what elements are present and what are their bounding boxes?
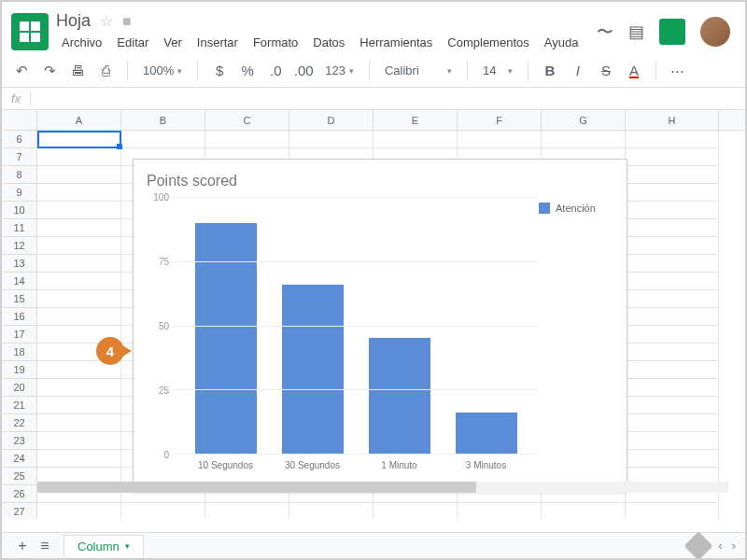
scroll-right-button[interactable]: › [732,539,736,553]
chart-bar [369,338,430,454]
menu-complementos[interactable]: Complementos [442,33,534,52]
text-color-button[interactable]: A [624,61,644,81]
title-bar: Hoja ☆ ■ Archivo Editar Ver Insertar For… [2,2,745,54]
print-button[interactable]: 🖶 [67,61,88,81]
row-header-25[interactable]: 25 [2,468,36,485]
comment-icon[interactable]: ▤ [628,21,644,42]
share-button[interactable] [659,19,685,45]
row-headers: 6789101112131415161718192021222324252627 [2,131,37,519]
formula-bar[interactable]: fx [2,88,745,110]
col-header-A[interactable]: A [37,110,121,130]
font-select[interactable]: Calibri▾ [381,63,456,77]
menu-formato[interactable]: Formato [247,33,303,52]
row-header-11[interactable]: 11 [2,219,36,237]
chart-bar [282,285,344,455]
row-header-9[interactable]: 9 [2,184,36,202]
zoom-select[interactable]: 100%▾ [139,63,186,77]
explore-button[interactable] [684,531,713,560]
more-button[interactable]: ⋯ [668,61,688,81]
chart-plot: 0255075100 10 Segundos30 Segundos1 Minut… [147,197,539,477]
row-header-12[interactable]: 12 [2,237,36,255]
horizontal-scrollbar[interactable] [37,482,728,493]
doc-title[interactable]: Hoja [56,11,91,31]
row-header-20[interactable]: 20 [2,379,36,397]
menu-insertar[interactable]: Insertar [191,33,244,52]
number-format-select[interactable]: 123▾ [321,63,358,77]
avatar[interactable] [700,17,730,47]
col-header-D[interactable]: D [289,110,374,130]
chart-bar [195,223,257,455]
paint-format-button[interactable]: ⎙ [95,61,116,81]
row-header-22[interactable]: 22 [2,414,36,432]
row-header-15[interactable]: 15 [2,290,36,308]
undo-button[interactable]: ↶ [11,61,32,81]
col-header-F[interactable]: F [458,110,542,130]
activity-icon[interactable]: 〜 [597,21,613,43]
menu-archivo[interactable]: Archivo [56,33,107,52]
row-header-27[interactable]: 27 [2,503,36,519]
italic-button[interactable]: I [568,61,588,81]
row-header-21[interactable]: 21 [2,397,36,414]
toolbar: ↶ ↷ 🖶 ⎙ 100%▾ $ % .0 .00 123▾ Calibri▾ 1… [2,54,745,88]
percent-button[interactable]: % [237,61,258,81]
legend-label: Atención [556,203,596,214]
col-header-E[interactable]: E [374,110,458,130]
bold-button[interactable]: B [540,61,560,81]
row-header-23[interactable]: 23 [2,432,36,450]
row-header-10[interactable]: 10 [2,202,36,219]
chart-title: Points scored [147,173,613,189]
select-all-corner[interactable] [2,110,37,130]
col-header-G[interactable]: G [542,110,626,130]
menu-bar: Archivo Editar Ver Insertar Formato Dato… [56,33,597,52]
chart-legend: Atención [539,197,613,477]
sheets-logo[interactable] [11,13,49,50]
spreadsheet-grid[interactable]: ABCDEFGH 6789101112131415161718192021222… [2,110,745,519]
row-header-7[interactable]: 7 [2,148,36,166]
scroll-left-button[interactable]: ‹ [718,539,722,553]
row-header-6[interactable]: 6 [2,131,36,148]
legend-swatch [539,203,550,214]
col-header-B[interactable]: B [121,110,205,130]
row-header-8[interactable]: 8 [2,166,36,184]
menu-ver[interactable]: Ver [158,33,188,52]
chart-bar [456,413,517,454]
chart[interactable]: Points scored 0255075100 10 Segundos30 S… [133,159,627,493]
increase-decimal-button[interactable]: .00 [293,61,314,81]
row-header-26[interactable]: 26 [2,485,36,503]
col-header-C[interactable]: C [205,110,289,130]
row-header-24[interactable]: 24 [2,450,36,468]
fx-label: fx [11,91,21,105]
decrease-decimal-button[interactable]: .0 [265,61,286,81]
row-header-14[interactable]: 14 [2,273,36,290]
sheet-bar: + ≡ Column▾ ‹ › [2,532,745,558]
row-header-13[interactable]: 13 [2,255,36,273]
all-sheets-button[interactable]: ≡ [34,538,56,554]
column-headers: ABCDEFGH [2,110,745,131]
col-header-H[interactable]: H [626,110,719,130]
row-header-16[interactable]: 16 [2,308,36,326]
star-icon[interactable]: ☆ [100,12,113,30]
menu-datos[interactable]: Datos [307,33,350,52]
sheet-tab[interactable]: Column▾ [63,535,144,557]
row-header-17[interactable]: 17 [2,326,36,343]
step-callout: 4 [96,337,124,365]
redo-button[interactable]: ↷ [39,61,60,81]
menu-editar[interactable]: Editar [111,33,154,52]
font-size-select[interactable]: 14▾ [479,63,516,77]
menu-herramientas[interactable]: Herramientas [354,33,438,52]
menu-ayuda[interactable]: Ayuda [539,33,585,52]
add-sheet-button[interactable]: + [11,538,34,554]
currency-button[interactable]: $ [209,61,230,81]
row-header-18[interactable]: 18 [2,343,36,361]
strike-button[interactable]: S [596,61,616,81]
scrollbar-thumb[interactable] [37,482,476,493]
folder-icon[interactable]: ■ [122,13,132,30]
row-header-19[interactable]: 19 [2,361,36,379]
